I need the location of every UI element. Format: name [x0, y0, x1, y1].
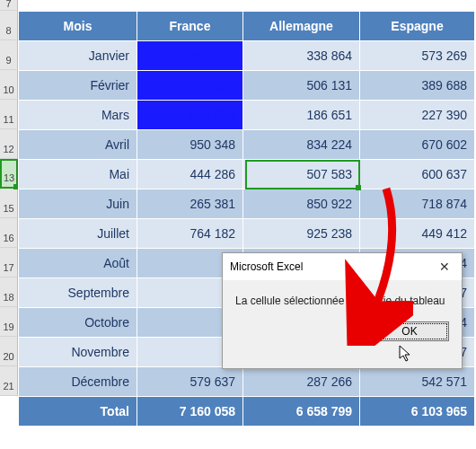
table-row: Décembre 579 637 287 266 542 571: [19, 367, 475, 397]
cell-france[interactable]: 764 182: [137, 219, 243, 249]
cell-france[interactable]: 454 872: [137, 41, 243, 71]
cell-mois[interactable]: Avril: [19, 130, 137, 160]
close-icon[interactable]: ✕: [435, 259, 454, 275]
ok-button[interactable]: OK: [370, 321, 449, 341]
cell-espagne[interactable]: 389 688: [360, 71, 475, 101]
cell-mois[interactable]: Novembre: [19, 338, 137, 367]
cell-allemagne[interactable]: 287 266: [243, 367, 360, 397]
cell-allemagne[interactable]: 506 131: [243, 71, 360, 101]
cell-espagne[interactable]: 600 637: [360, 160, 475, 189]
cell-france[interactable]: 352 351: [137, 71, 243, 101]
col-header-france[interactable]: France: [137, 12, 243, 41]
dialog-buttons: OK: [223, 313, 462, 354]
cell-mois[interactable]: Août: [19, 249, 137, 278]
cell-mois[interactable]: Décembre: [19, 367, 137, 397]
header-row: Mois France Allemagne Espagne: [19, 12, 475, 41]
cell-allemagne[interactable]: 338 864: [243, 41, 360, 71]
cell-france[interactable]: 643 987: [137, 101, 243, 130]
dialog-title: Microsoft Excel: [230, 260, 303, 273]
cell-allemagne[interactable]: 186 651: [243, 101, 360, 130]
table-row: Mai 444 286 507 583 600 637: [19, 160, 475, 189]
cell-mois[interactable]: Juin: [19, 189, 137, 219]
cell-espagne[interactable]: 573 269: [360, 41, 475, 71]
cell-espagne[interactable]: 670 602: [360, 130, 475, 160]
row-header[interactable]: 8: [0, 11, 18, 40]
total-allemagne[interactable]: 6 658 799: [243, 397, 360, 427]
row-header[interactable]: 16: [0, 218, 18, 248]
row-header[interactable]: 21: [0, 366, 18, 396]
cell-espagne[interactable]: 542 571: [360, 367, 475, 397]
cell-mois[interactable]: Février: [19, 71, 137, 101]
row-header[interactable]: 18: [0, 277, 18, 307]
row-header[interactable]: 20: [0, 337, 18, 366]
table-row: Juin 265 381 850 922 718 874: [19, 189, 475, 219]
cell-france[interactable]: 579 637: [137, 367, 243, 397]
cell-espagne[interactable]: 718 874: [360, 189, 475, 219]
row-header[interactable]: 15: [0, 189, 18, 218]
dialog-titlebar[interactable]: Microsoft Excel ✕: [223, 253, 462, 280]
cell-mois[interactable]: Juillet: [19, 219, 137, 249]
cell-mois[interactable]: Octobre: [19, 308, 137, 338]
cell-allemagne-selected[interactable]: 507 583: [243, 160, 360, 189]
cell-france[interactable]: 950 348: [137, 130, 243, 160]
cell-france[interactable]: 265 381: [137, 189, 243, 219]
table-row: Mars 643 987 186 651 227 390: [19, 101, 475, 130]
table-row: Avril 950 348 834 224 670 602: [19, 130, 475, 160]
dialog-message: La cellule sélectionnée fait partie du t…: [223, 280, 462, 313]
row-header[interactable]: 9: [0, 40, 18, 70]
table-row: Février 352 351 506 131 389 688: [19, 71, 475, 101]
row-header[interactable]: 7: [0, 0, 18, 11]
row-headers: 7 8 9 10 11 12 13 14 15 16 17 18 19 20 2…: [0, 0, 18, 396]
row-header[interactable]: 19: [0, 307, 18, 337]
cell-mois[interactable]: Septembre: [19, 278, 137, 308]
cell-espagne[interactable]: 449 412: [360, 219, 475, 249]
row-header[interactable]: 17: [0, 248, 18, 277]
total-espagne[interactable]: 6 103 965: [360, 397, 475, 427]
table-row: Janvier 454 872 338 864 573 269: [19, 41, 475, 71]
total-france[interactable]: 7 160 058: [137, 397, 243, 427]
table-row: Juillet 764 182 925 238 449 412: [19, 219, 475, 249]
cell-allemagne[interactable]: 850 922: [243, 189, 360, 219]
message-dialog: Microsoft Excel ✕ La cellule sélectionné…: [222, 252, 463, 369]
row-header[interactable]: 14: [0, 159, 18, 189]
cell-allemagne[interactable]: 834 224: [243, 130, 360, 160]
row-header[interactable]: 11: [0, 100, 18, 129]
cell-mois[interactable]: Mai: [19, 160, 137, 189]
col-header-allemagne[interactable]: Allemagne: [243, 12, 360, 41]
total-row: Total 7 160 058 6 658 799 6 103 965: [19, 397, 475, 427]
cell-mois[interactable]: Mars: [19, 101, 137, 130]
cell-espagne[interactable]: 227 390: [360, 101, 475, 130]
col-header-espagne[interactable]: Espagne: [360, 12, 475, 41]
row-header[interactable]: 10: [0, 70, 18, 100]
cell-mois[interactable]: Janvier: [19, 41, 137, 71]
cell-france[interactable]: 444 286: [137, 160, 243, 189]
cell-allemagne[interactable]: 925 238: [243, 219, 360, 249]
row-header[interactable]: 12: [0, 129, 18, 159]
total-label[interactable]: Total: [19, 397, 137, 427]
col-header-mois[interactable]: Mois: [19, 12, 137, 41]
